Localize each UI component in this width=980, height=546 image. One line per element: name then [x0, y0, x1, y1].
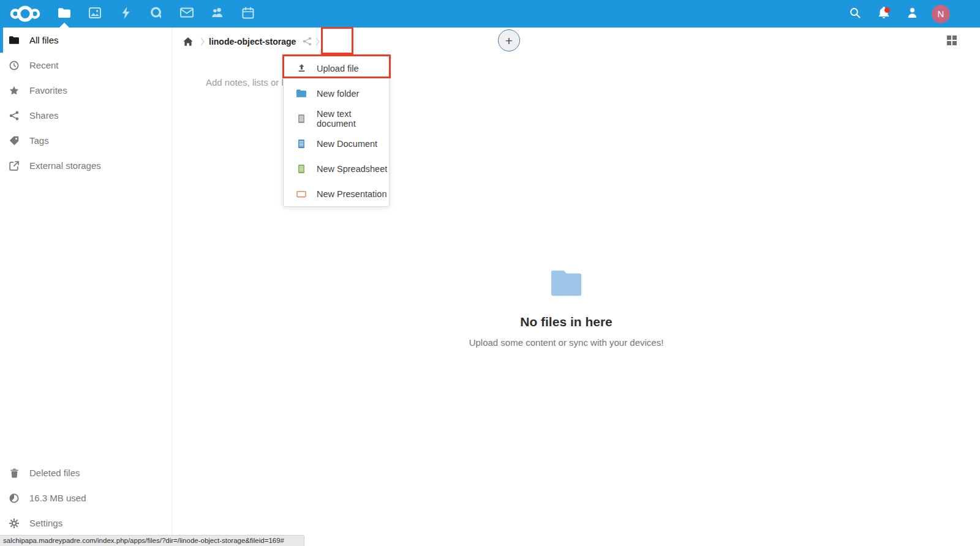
share-icon	[9, 111, 19, 121]
sidebar-item-label: Deleted files	[29, 468, 80, 478]
menu-item-label: Upload file	[317, 64, 359, 73]
activity-icon	[121, 7, 130, 21]
sidebar-item-quota[interactable]: 16.3 MB used	[0, 485, 172, 510]
sidebar-item-external-storages[interactable]: External storages	[0, 153, 172, 178]
notification-badge-dot	[884, 7, 890, 13]
menu-item-label: New Spreadsheet	[317, 164, 387, 174]
home-icon[interactable]	[179, 34, 197, 50]
sidebar-item-label: All files	[29, 35, 59, 45]
quota-icon	[9, 493, 19, 503]
workspace-notes-hint[interactable]: Add notes, lists or lin	[206, 77, 290, 88]
mail-icon	[180, 7, 194, 20]
presentation-icon	[296, 189, 306, 199]
upload-icon	[296, 64, 306, 73]
search-icon	[850, 7, 861, 21]
menu-item-new-spreadsheet[interactable]: New Spreadsheet	[284, 156, 389, 181]
menu-item-upload-file[interactable]: Upload file	[284, 56, 389, 81]
contacts-icon	[211, 7, 224, 20]
search-button[interactable]	[840, 0, 869, 28]
share-icon[interactable]	[303, 37, 312, 46]
sidebar-item-recent[interactable]: Recent	[0, 53, 172, 78]
empty-folder-state: No files in here Upload some content or …	[172, 267, 960, 348]
sidebar-item-favorites[interactable]: Favorites	[0, 78, 172, 103]
app-talk[interactable]	[141, 0, 172, 28]
document-icon	[296, 139, 306, 149]
header-right-actions: N	[840, 0, 950, 28]
app-mail[interactable]	[172, 0, 202, 28]
sidebar-footer: Deleted files 16.3 MB used Settings	[0, 460, 172, 536]
app-navigation	[49, 0, 263, 28]
sidebar-item-label: 16.3 MB used	[29, 493, 86, 503]
menu-item-new-text-document[interactable]: New text document	[284, 106, 389, 131]
sidebar-item-label: Shares	[29, 110, 59, 121]
notifications-button[interactable]	[869, 0, 898, 28]
calendar-icon	[242, 7, 254, 21]
clock-icon	[9, 61, 19, 70]
nextcloud-logo[interactable]	[9, 2, 44, 25]
app-activity[interactable]	[110, 0, 141, 28]
sidebar-item-deleted-files[interactable]: Deleted files	[0, 460, 172, 485]
menu-item-new-document[interactable]: New Document	[284, 131, 389, 156]
new-file-menu: Upload file New folder New text document…	[283, 55, 390, 207]
breadcrumb-folder-name[interactable]: linode-object-storage	[209, 37, 296, 47]
folder-icon	[9, 36, 19, 45]
files-icon	[58, 8, 70, 20]
photos-icon	[89, 7, 101, 21]
text-document-icon	[296, 114, 306, 124]
sidebar-item-settings[interactable]: Settings	[0, 510, 172, 536]
menu-item-new-presentation[interactable]: New Presentation	[284, 181, 389, 206]
tag-icon	[9, 136, 19, 146]
spreadsheet-icon	[296, 164, 306, 174]
grid-view-icon[interactable]	[947, 36, 958, 47]
empty-state-subtitle: Upload some content or sync with your de…	[172, 337, 960, 348]
folder-icon	[550, 288, 582, 298]
files-sidebar: All files Recent Favorites Shares Tags E…	[0, 28, 172, 546]
app-contacts[interactable]	[202, 0, 233, 28]
menu-item-label: New Presentation	[317, 189, 386, 199]
gear-icon	[9, 518, 19, 528]
sidebar-item-tags[interactable]: Tags	[0, 128, 172, 153]
chevron-right-icon	[315, 37, 320, 46]
folder-blue-icon	[296, 89, 306, 99]
empty-state-title: No files in here	[172, 315, 960, 329]
menu-item-label: New folder	[317, 89, 359, 99]
app-files[interactable]	[49, 0, 80, 28]
chevron-right-icon	[200, 37, 205, 46]
sidebar-item-label: Recent	[29, 60, 59, 70]
sidebar-item-label: Tags	[29, 135, 49, 146]
star-icon	[9, 86, 19, 95]
sidebar-item-label: Favorites	[29, 85, 67, 95]
menu-item-label: New Document	[317, 139, 377, 149]
top-bar: N	[0, 0, 980, 28]
app-photos[interactable]	[80, 0, 110, 28]
active-app-pointer	[59, 23, 69, 28]
contacts-menu-button[interactable]	[898, 0, 927, 28]
new-add-button[interactable]: +	[498, 29, 520, 51]
user-avatar[interactable]: N	[932, 5, 950, 23]
breadcrumb: linode-object-storage +	[172, 28, 980, 55]
sidebar-item-label: Settings	[29, 518, 62, 528]
sidebar-item-all-files[interactable]: All files	[0, 28, 172, 53]
talk-icon	[150, 7, 162, 21]
trash-icon	[9, 468, 19, 478]
menu-item-label: New text document	[317, 109, 389, 129]
sidebar-item-label: External storages	[29, 160, 101, 171]
external-link-icon	[9, 161, 19, 171]
app-calendar[interactable]	[233, 0, 263, 28]
link-preview-statusbar: salchipapa.madreypadre.com/index.php/app…	[0, 535, 304, 546]
menu-item-new-folder[interactable]: New folder	[284, 81, 389, 106]
user-icon	[907, 7, 918, 20]
sidebar-item-shares[interactable]: Shares	[0, 103, 172, 128]
